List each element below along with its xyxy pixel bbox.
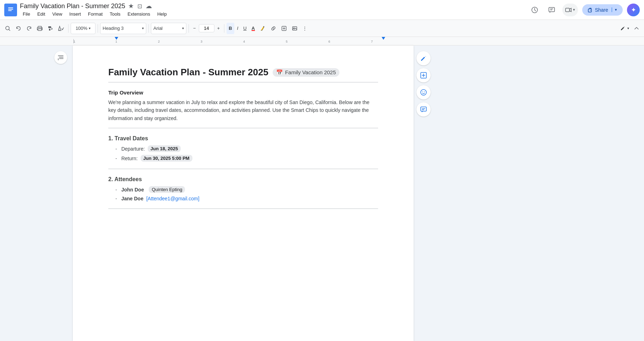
- zoom-chevron: ▾: [89, 26, 91, 30]
- side-insert-button[interactable]: [416, 68, 431, 82]
- italic-button[interactable]: I: [235, 23, 241, 34]
- bold-icon: B: [229, 26, 232, 31]
- menu-view[interactable]: View: [49, 11, 65, 17]
- attendee2-email[interactable]: [Attendee1@gmail.com]: [146, 196, 200, 201]
- more-button[interactable]: ⋮: [300, 23, 309, 34]
- doc-title: Family Vacation Plan - Summer 2025: [20, 2, 125, 10]
- menu-file[interactable]: File: [20, 11, 33, 17]
- print-button[interactable]: [35, 23, 45, 34]
- svg-rect-5: [549, 7, 555, 12]
- insert-link-button[interactable]: [279, 23, 289, 34]
- edit-mode-chevron: ▾: [627, 26, 629, 30]
- link-button[interactable]: [268, 23, 278, 34]
- toolbar-group-left: [3, 23, 66, 34]
- font-dropdown[interactable]: Arial ▾: [151, 23, 186, 34]
- spell-check-button[interactable]: [56, 23, 66, 34]
- svg-rect-16: [48, 26, 51, 28]
- ruler-right-tab: [382, 37, 385, 40]
- departure-label: Departure:: [121, 146, 145, 152]
- video-chevron[interactable]: ▾: [573, 7, 575, 12]
- zoom-dropdown[interactable]: 100% ▾: [71, 23, 95, 34]
- attendee2-item: - Jane Doe [Attendee1@gmail.com]: [115, 196, 378, 201]
- travel-dates-heading: 1. Travel Dates: [108, 135, 378, 142]
- history-button[interactable]: [528, 4, 541, 16]
- drive-icon[interactable]: ⊡: [137, 3, 142, 10]
- svg-rect-14: [38, 29, 42, 31]
- section-divider-1: [108, 128, 378, 128]
- attendee1-chip[interactable]: Quinten Epting: [149, 186, 185, 193]
- bold-button[interactable]: B: [227, 23, 234, 34]
- svg-line-12: [9, 29, 10, 31]
- menu-tools[interactable]: Tools: [107, 11, 123, 17]
- attendee1-name: John Doe: [121, 187, 144, 193]
- side-emoji-button[interactable]: [416, 85, 431, 99]
- trip-overview-heading: Trip Overview: [108, 90, 378, 96]
- video-call-button[interactable]: ▾: [562, 4, 578, 16]
- italic-icon: I: [237, 26, 239, 31]
- menu-extensions[interactable]: Extensions: [125, 11, 153, 17]
- left-margin: [0, 45, 73, 341]
- sep-2: [98, 24, 98, 33]
- document-page: Family Vacation Plan - Summer 2025 📅 Fam…: [73, 45, 414, 341]
- toolbar-group-format: B I U A: [227, 23, 309, 34]
- font-color-icon: A: [252, 26, 255, 31]
- gemini-button[interactable]: ✦: [627, 4, 640, 16]
- font-size-input[interactable]: [199, 24, 214, 32]
- underline-button[interactable]: U: [241, 23, 249, 34]
- comments-button[interactable]: [545, 4, 558, 16]
- title-bar: Family Vacation Plan - Summer 2025 ★ ⊡ ☁…: [0, 0, 644, 20]
- star-icon[interactable]: ★: [128, 2, 134, 10]
- calendar-chip-label: Family Vacation 2025: [285, 69, 336, 75]
- collapse-toolbar-button[interactable]: [632, 23, 641, 34]
- sep-3: [148, 24, 149, 33]
- ruler-label-6: 6: [328, 40, 330, 43]
- search-button[interactable]: [3, 23, 13, 34]
- highlight-button[interactable]: [258, 23, 268, 34]
- redo-button[interactable]: [24, 23, 34, 34]
- insert-image-button[interactable]: [290, 23, 300, 34]
- menu-format[interactable]: Format: [85, 11, 105, 17]
- menu-edit[interactable]: Edit: [34, 11, 48, 17]
- gemini-icon: ✦: [631, 6, 636, 14]
- font-value: Arial: [153, 26, 163, 31]
- style-value: Heading 3: [103, 26, 124, 31]
- svg-point-10: [590, 10, 591, 11]
- underline-icon: U: [243, 26, 246, 31]
- bullet-dash-4: -: [115, 196, 117, 201]
- style-dropdown[interactable]: Heading 3 ▾: [100, 23, 146, 34]
- svg-rect-9: [588, 9, 591, 12]
- share-button[interactable]: Share ▾: [582, 4, 623, 16]
- svg-point-18: [263, 26, 264, 27]
- paint-format-button[interactable]: [45, 23, 55, 34]
- undo-button[interactable]: [13, 23, 23, 34]
- toolbar: 100% ▾ Heading 3 ▾ Arial ▾ − + B I: [0, 20, 644, 37]
- edit-mode-button[interactable]: ▾: [618, 23, 631, 34]
- departure-date-chip[interactable]: Jun 18, 2025: [148, 145, 181, 152]
- doc-heading-text: Family Vacation Plan - Summer 2025: [108, 67, 268, 78]
- decrease-font-button[interactable]: −: [191, 23, 198, 34]
- increase-font-button[interactable]: +: [215, 23, 222, 34]
- svg-rect-34: [421, 107, 426, 111]
- attendees-heading: 2. Attendees: [108, 176, 378, 183]
- cloud-icon[interactable]: ☁: [146, 2, 152, 10]
- menu-help[interactable]: Help: [154, 11, 170, 17]
- ruler-left-tab: [115, 37, 118, 40]
- menu-insert[interactable]: Insert: [66, 11, 84, 17]
- share-dropdown-arrow[interactable]: ▾: [612, 7, 617, 12]
- side-edit-button[interactable]: [416, 51, 431, 65]
- title-right: ▾ Share ▾ ✦: [528, 4, 640, 16]
- calendar-chip[interactable]: 📅 Family Vacation 2025: [273, 68, 339, 77]
- font-color-button[interactable]: A: [250, 23, 257, 34]
- side-comment-button[interactable]: [416, 102, 431, 117]
- font-chevron: ▾: [182, 26, 184, 30]
- toolbar-group-fontsize: − +: [191, 23, 222, 34]
- outline-button[interactable]: [54, 51, 67, 64]
- return-item: - Return: Jun 30, 2025 5:00 PM: [115, 155, 378, 162]
- doc-main-heading: Family Vacation Plan - Summer 2025 📅 Fam…: [108, 67, 378, 78]
- ruler-label-4: 4: [243, 40, 245, 43]
- title-icons: ★ ⊡ ☁: [128, 2, 152, 10]
- svg-rect-3: [8, 10, 12, 11]
- attendee1-item: - John Doe Quinten Epting: [115, 186, 378, 193]
- departure-item: - Departure: Jun 18, 2025: [115, 145, 378, 152]
- return-date-chip[interactable]: Jun 30, 2025 5:00 PM: [141, 155, 192, 162]
